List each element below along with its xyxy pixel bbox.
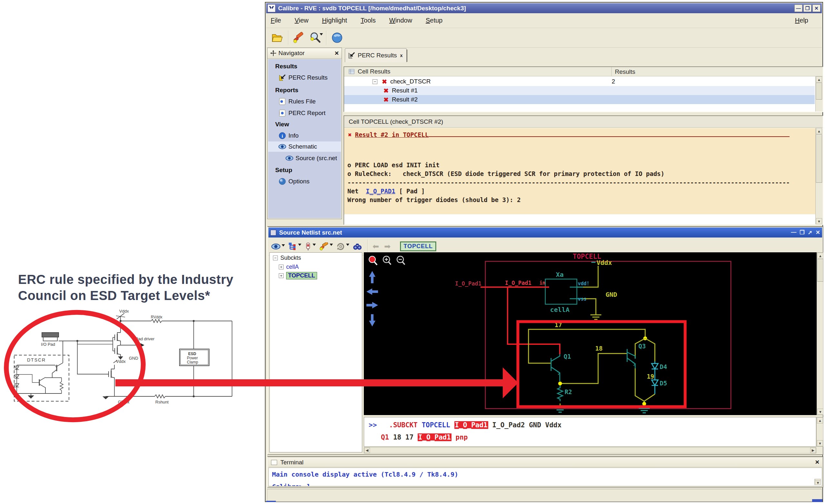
navigator-titlebar[interactable]: Navigator ✕ bbox=[268, 48, 342, 59]
maximize-button[interactable]: ❐ bbox=[804, 4, 812, 12]
navigator-item-perc-report[interactable]: PERC Report bbox=[268, 108, 341, 118]
scrollbar-thumb[interactable] bbox=[816, 83, 822, 99]
source-netlist-titlebar[interactable]: Source Netlist src.net — ❐ ➚ ✕ bbox=[269, 227, 822, 237]
canvas-scrollbar[interactable]: ▲ ▼ bbox=[817, 252, 823, 415]
scroll-down-icon[interactable]: ▼ bbox=[816, 218, 822, 224]
pin-in-label: in bbox=[539, 280, 545, 286]
pan-right-icon bbox=[366, 302, 378, 308]
tree-root[interactable]: − Subckts bbox=[273, 255, 301, 261]
menu-help[interactable]: Help bbox=[795, 17, 808, 24]
label-esd-3: Clamp bbox=[187, 360, 198, 364]
terminal-titlebar[interactable]: Terminal ✕ bbox=[269, 457, 822, 467]
hierarchy-path-box[interactable]: TOPCELL bbox=[400, 242, 436, 251]
menu-window[interactable]: Window bbox=[389, 17, 412, 24]
collapse-icon[interactable]: − bbox=[373, 79, 377, 84]
terminal-output[interactable]: Main console display active (Tcl8.4.9 / … bbox=[269, 467, 822, 486]
options-cycle-button[interactable] bbox=[336, 242, 349, 251]
probe-icon bbox=[305, 242, 312, 251]
forward-arrow-icon[interactable]: ➡ bbox=[384, 242, 391, 251]
scroll-left-icon[interactable]: ◀ bbox=[364, 448, 370, 453]
row-check-dtscr[interactable]: − ✖ check_DTSCR 2 bbox=[344, 77, 815, 86]
tab-label: PERC Results bbox=[358, 52, 397, 59]
pen-icon bbox=[319, 242, 329, 251]
netlist-detach-icon[interactable]: ➚ bbox=[808, 229, 812, 236]
terminal-line-1: Main console display active (Tcl8.4.9 / … bbox=[272, 471, 458, 478]
navigator-header-results: Results bbox=[275, 63, 297, 70]
highlight-button[interactable] bbox=[291, 30, 307, 46]
scroll-up-icon[interactable]: ▲ bbox=[817, 253, 823, 259]
navigator-close-icon[interactable]: ✕ bbox=[334, 50, 339, 57]
tree-topcell-highlight: TOPCELL bbox=[286, 272, 317, 279]
menu-highlight[interactable]: Highlight bbox=[322, 17, 347, 24]
navigator-item-options[interactable]: Options bbox=[268, 176, 341, 187]
menu-view[interactable]: View bbox=[295, 17, 308, 24]
back-arrow-icon[interactable]: ⬅ bbox=[373, 242, 379, 251]
tree-item-topcell[interactable]: + TOPCELL bbox=[279, 272, 317, 279]
navigator-item-rules-file[interactable]: Rules File bbox=[268, 96, 341, 107]
error-x-icon: ✖ bbox=[382, 78, 387, 85]
q1-label: Q1 bbox=[564, 353, 571, 360]
navigator-item-source[interactable]: Source (src.net bbox=[268, 153, 341, 163]
cell-results-header[interactable]: Cell Results Results bbox=[344, 67, 823, 76]
net18-wire bbox=[562, 354, 627, 383]
menu-tools[interactable]: Tools bbox=[361, 17, 376, 24]
minimize-button[interactable]: — bbox=[795, 4, 803, 12]
row-result-1[interactable]: ✖ Result #1 bbox=[344, 86, 815, 95]
hierarchy-button[interactable] bbox=[288, 242, 301, 251]
open-button[interactable] bbox=[270, 30, 286, 46]
col-results[interactable]: Results bbox=[611, 67, 635, 76]
main-titlebar[interactable]: Calibre - RVE : svdb TOPCELL [/home/dmed… bbox=[266, 3, 822, 13]
expand-icon[interactable]: + bbox=[279, 265, 284, 269]
search-button[interactable] bbox=[307, 30, 324, 46]
cell-detail-scrollbar[interactable]: ▲ ▼ bbox=[815, 128, 823, 224]
dropdown-icon bbox=[346, 243, 349, 246]
tab-close-icon[interactable]: x bbox=[400, 53, 402, 58]
scroll-up-icon[interactable]: ▲ bbox=[816, 76, 822, 82]
menu-setup[interactable]: Setup bbox=[426, 17, 443, 24]
menu-file[interactable]: File bbox=[271, 17, 281, 24]
netlist-restore-icon[interactable]: ❐ bbox=[800, 229, 804, 236]
scroll-down-icon[interactable]: ▼ bbox=[815, 481, 821, 485]
schematic-canvas[interactable]: TOPCELL Vddx GND Xa cellA vdd! bbox=[364, 252, 817, 415]
scroll-right-icon[interactable]: ▶ bbox=[810, 448, 816, 453]
resize-grip-right[interactable] bbox=[812, 499, 822, 502]
navigator-item-perc-results[interactable]: PERC Results bbox=[268, 73, 341, 83]
net-link[interactable]: I_O_PAD1 bbox=[366, 188, 395, 195]
expand-icon[interactable]: + bbox=[279, 273, 284, 278]
collapse-icon[interactable]: − bbox=[273, 256, 278, 261]
netlist-hscrollbar[interactable]: ◀ ▶ bbox=[364, 447, 816, 453]
netlist-vscrollbar[interactable]: ▲ ▼ bbox=[816, 417, 823, 447]
tab-perc-results[interactable]: PERC Results x bbox=[345, 48, 407, 62]
netlist-text-area[interactable]: >> .SUBCKT TOPCELL I_O_Pad1 I_O_Pad2 GND… bbox=[364, 417, 816, 447]
scroll-down-icon[interactable]: ▼ bbox=[817, 440, 823, 446]
cell-results-scrollbar[interactable]: ▲ bbox=[815, 76, 823, 112]
netlist-minimize-icon[interactable]: — bbox=[791, 229, 796, 236]
tree-item-cella[interactable]: + cellA bbox=[279, 264, 299, 270]
col-cell-results[interactable]: Cell Results bbox=[358, 68, 390, 75]
navigator-item-info[interactable]: i Info bbox=[268, 131, 341, 141]
find-button[interactable] bbox=[353, 243, 362, 250]
netlist-close-icon[interactable]: ✕ bbox=[816, 229, 820, 236]
scroll-down-icon[interactable]: ▼ bbox=[817, 409, 823, 415]
navigator-body: Results PERC Results Reports Rules File … bbox=[268, 59, 341, 218]
browser-button[interactable] bbox=[329, 30, 346, 46]
row-result-2[interactable]: ✖ Result #2 bbox=[344, 95, 815, 104]
probe-button[interactable] bbox=[305, 242, 316, 251]
netlist-prompt: >> bbox=[369, 421, 377, 429]
scrollbar-thumb[interactable] bbox=[817, 259, 823, 282]
scroll-up-icon[interactable]: ▲ bbox=[816, 128, 822, 134]
close-button[interactable]: ✕ bbox=[812, 4, 821, 12]
resize-grip-left[interactable] bbox=[266, 501, 276, 502]
scroll-up-icon[interactable]: ▲ bbox=[817, 417, 823, 423]
navigator-item-schematic[interactable]: Schematic bbox=[268, 141, 341, 152]
terminal-scrollbar[interactable]: ▲ ▼ bbox=[814, 479, 821, 485]
source-netlist-icon bbox=[271, 230, 276, 235]
highlight-pen-button[interactable] bbox=[319, 242, 333, 251]
view-eye-button[interactable] bbox=[271, 243, 285, 250]
cell-detail-panel: Cell TOPCELL (check_DTSCR #2) ✖ Result #… bbox=[344, 115, 823, 225]
result-link[interactable]: Result #2 in TOPCELL bbox=[355, 131, 429, 138]
scrollbar-thumb[interactable] bbox=[816, 134, 822, 183]
error-x-icon: ✖ bbox=[383, 96, 389, 103]
globe-icon bbox=[331, 31, 343, 44]
terminal-close-icon[interactable]: ✕ bbox=[815, 459, 820, 465]
